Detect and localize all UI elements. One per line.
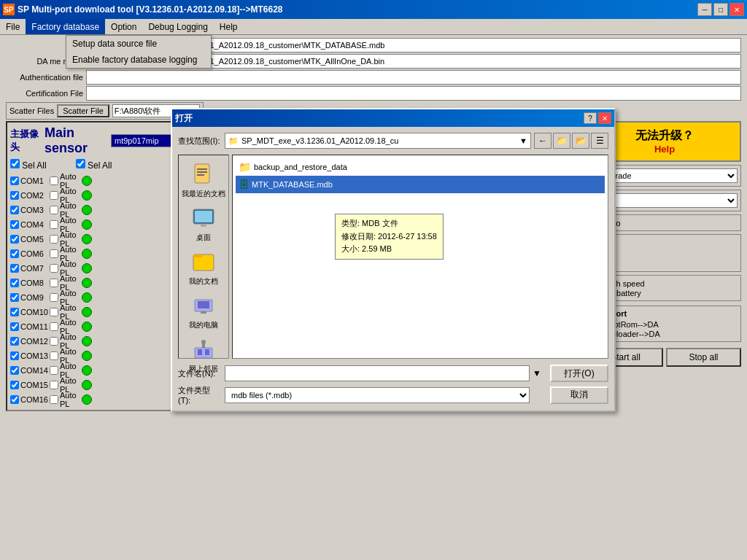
file-browser: 我最近的文档 桌面: [178, 155, 608, 359]
auth-file-input[interactable]: [86, 70, 741, 85]
auto-checkbox-com10[interactable]: [50, 308, 58, 316]
dialog-close-button[interactable]: ✕: [598, 112, 611, 124]
cancel-button[interactable]: 取消: [550, 386, 608, 404]
mydocs-icon: [190, 249, 217, 275]
com-checkbox-com1[interactable]: [10, 176, 19, 185]
com-checkbox-com9[interactable]: [10, 293, 19, 302]
com-checkbox-com11[interactable]: [10, 322, 19, 331]
com-label-com9: COM9: [20, 293, 48, 302]
com-row-com10: COM10 Auto PL: [10, 305, 177, 319]
com-checkbox-com16[interactable]: [10, 395, 19, 404]
dialog-help-button[interactable]: ?: [584, 112, 597, 124]
com-checkbox-com4[interactable]: [10, 220, 19, 229]
close-button[interactable]: ✕: [729, 3, 744, 16]
com-label-com5: COM5: [20, 235, 48, 244]
file-item-mdb[interactable]: 🗄 MTK_DATABASE.mdb: [236, 176, 605, 193]
open-button[interactable]: 打开(O): [550, 365, 608, 382]
lookin-select[interactable]: 📁 SP_MDT_exe_v3.1236.01_A2012.09.18_cu ▼: [225, 133, 531, 149]
com-checkbox-com8[interactable]: [10, 279, 19, 287]
mypc-label: 我的电脑: [189, 320, 218, 330]
com-row-com13: COM13 Auto PL: [10, 349, 177, 363]
minimize-button[interactable]: ─: [697, 3, 712, 16]
com-panel: 主摄像头 Main sensor Sel All Sel All COM1 Au…: [6, 121, 181, 411]
com-checkbox-com12[interactable]: [10, 337, 19, 346]
auto-checkbox-com16[interactable]: [50, 395, 58, 404]
nav-desktop[interactable]: 桌面: [190, 205, 217, 243]
com-row-com9: COM9 Auto PL: [10, 290, 177, 305]
auto-checkbox-com8[interactable]: [50, 279, 58, 287]
menu-file[interactable]: File: [0, 19, 26, 34]
com-checkbox-com6[interactable]: [10, 249, 19, 258]
auto-checkbox-com5[interactable]: [50, 235, 58, 244]
dropdown-setup-data-source[interactable]: Setup data source file: [66, 36, 211, 52]
file-open-dialog[interactable]: 打开 ? ✕ 查找范围(I): 📁 SP_MDT_exe_v3.1236.01_…: [171, 108, 616, 412]
factory-database-dropdown: Setup data source file Enable factory da…: [66, 35, 212, 69]
com-checkbox-com3[interactable]: [10, 206, 19, 214]
cert-file-row: Certification File: [3, 86, 744, 101]
svg-rect-5: [195, 211, 212, 222]
view-button[interactable]: ☰: [591, 133, 608, 149]
status-dot-com5: [82, 234, 92, 244]
status-dot-com6: [82, 249, 92, 259]
sel-all-1[interactable]: Sel All: [10, 159, 47, 171]
filename-input[interactable]: [225, 365, 530, 381]
mypc-icon: [190, 292, 217, 319]
auto-checkbox-com9[interactable]: [50, 293, 58, 302]
stop-all-button[interactable]: Stop all: [666, 348, 741, 367]
main-sensor-en-label: Main sensor: [44, 125, 108, 156]
current-folder-text: SP_MDT_exe_v3.1236.01_A2012.09.18_cu: [241, 136, 398, 145]
main-sensor-input[interactable]: [111, 134, 177, 147]
auto-checkbox-com14[interactable]: [50, 366, 58, 375]
status-dot-com1: [82, 176, 92, 186]
com-checkbox-com2[interactable]: [10, 191, 19, 200]
dropdown-enable-logging[interactable]: Enable factory database logging: [66, 52, 211, 68]
auto-checkbox-com12[interactable]: [50, 337, 58, 346]
nav-recent[interactable]: 我最近的文档: [182, 161, 225, 199]
sel-all-checkbox-1[interactable]: [10, 159, 20, 168]
menu-debug-logging[interactable]: Debug Logging: [142, 19, 213, 34]
com-checkbox-com13[interactable]: [10, 351, 19, 360]
com-label-com3: COM3: [20, 206, 48, 214]
nav-mypc[interactable]: 我的电脑: [189, 292, 218, 330]
filename-row: 文件名(N): ▼ 打开(O): [178, 365, 608, 382]
scatter-files-label: Scatter Files: [9, 106, 54, 115]
folder-item-backup[interactable]: 📁 backup_and_restore_data: [236, 158, 605, 176]
up-folder-button[interactable]: 📁: [553, 133, 570, 149]
sel-all-2[interactable]: Sel All: [76, 159, 112, 171]
auto-checkbox-com11[interactable]: [50, 322, 58, 331]
status-dot-com11: [82, 322, 92, 332]
cert-file-input[interactable]: [86, 86, 741, 101]
auto-checkbox-com4[interactable]: [50, 220, 58, 229]
auto-checkbox-com3[interactable]: [50, 206, 58, 214]
dialog-title-bar: 打开 ? ✕: [172, 109, 614, 127]
new-folder-button[interactable]: 📂: [572, 133, 589, 149]
status-dot-com13: [82, 351, 92, 361]
com-row-com6: COM6 Auto PL: [10, 246, 177, 261]
auto-checkbox-com1[interactable]: [50, 176, 58, 185]
auto-checkbox-com7[interactable]: [50, 264, 58, 273]
auto-checkbox-com13[interactable]: [50, 351, 58, 360]
back-button[interactable]: ←: [534, 133, 551, 149]
com-checkbox-com15[interactable]: [10, 381, 19, 389]
cert-file-label: Certification File: [6, 89, 86, 98]
filetype-select[interactable]: mdb files (*.mdb): [225, 387, 530, 403]
auto-checkbox-com15[interactable]: [50, 381, 58, 389]
auto-checkbox-com2[interactable]: [50, 191, 58, 200]
menu-help[interactable]: Help: [214, 19, 244, 34]
menu-factory-database[interactable]: Factory database: [26, 19, 105, 34]
nav-mydocs[interactable]: 我的文档: [189, 249, 218, 287]
com-checkbox-com10[interactable]: [10, 308, 19, 316]
com-checkbox-com14[interactable]: [10, 366, 19, 375]
auto-checkbox-com6[interactable]: [50, 249, 58, 258]
svg-rect-6: [201, 224, 206, 227]
menu-option[interactable]: Option: [105, 19, 142, 34]
sel-all-checkbox-2[interactable]: [76, 159, 85, 168]
scatter-file-button[interactable]: Scatter File: [57, 104, 109, 117]
com-checkbox-com5[interactable]: [10, 235, 19, 244]
recent-label: 我最近的文档: [182, 189, 225, 199]
network-icon: [190, 336, 217, 362]
maximize-button[interactable]: □: [713, 3, 728, 16]
main-sensor-cn-label: 主摄像头: [10, 128, 42, 154]
com-checkbox-com7[interactable]: [10, 264, 19, 273]
svg-rect-14: [205, 349, 209, 355]
